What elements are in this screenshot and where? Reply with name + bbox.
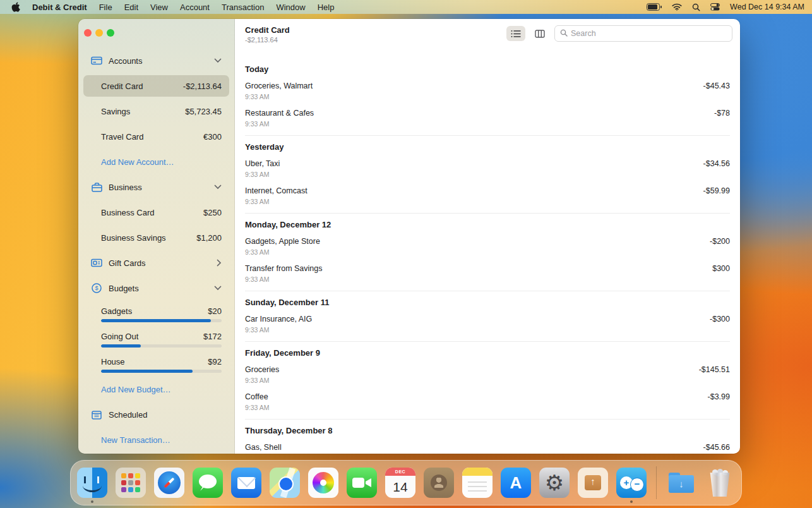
- transaction-time: 9:33 AM: [245, 404, 708, 411]
- calendar-day: 14: [393, 476, 407, 498]
- sidebar-budget-going-out[interactable]: Going Out $172: [78, 326, 234, 351]
- apple-menu-icon[interactable]: [11, 2, 20, 12]
- transaction-amount: -$145.51: [699, 365, 730, 384]
- sidebar-item-credit-card[interactable]: Credit Card -$2,113.64: [83, 75, 229, 97]
- control-center-icon[interactable]: [710, 3, 720, 11]
- sidebar-item-business-card[interactable]: Business Card $250: [78, 200, 234, 225]
- search-field[interactable]: [554, 25, 732, 42]
- budget-remaining: $172: [203, 332, 222, 341]
- chevron-down-icon[interactable]: [214, 58, 222, 63]
- menu-account[interactable]: Account: [180, 3, 210, 12]
- sidebar-section-accounts[interactable]: Accounts: [78, 48, 234, 73]
- chevron-right-icon[interactable]: [217, 259, 222, 267]
- transaction-row[interactable]: Car Insurance, AIG9:33 AM -$300: [245, 311, 730, 338]
- transaction-group: Monday, December 12 Gadgets, Apple Store…: [245, 213, 730, 291]
- account-balance: $5,723.45: [185, 107, 222, 116]
- add-new-budget-button[interactable]: Add New Budget…: [78, 377, 234, 402]
- menu-window[interactable]: Window: [276, 3, 305, 12]
- dock-calendar-icon[interactable]: DEC 14: [385, 468, 415, 498]
- transaction-row[interactable]: Transfer from Savings9:33 AM $300: [245, 260, 730, 287]
- list-view-button[interactable]: [506, 26, 525, 41]
- transaction-time: 9:33 AM: [245, 171, 703, 178]
- sidebar-section-business[interactable]: Business: [78, 174, 234, 200]
- sidebar-budget-gadgets[interactable]: Gadgets $20: [78, 301, 234, 326]
- dock-notes-icon[interactable]: [462, 468, 493, 498]
- new-transaction-button[interactable]: New Transaction…: [78, 427, 234, 452]
- dock-debit-credit-icon[interactable]: [616, 468, 647, 498]
- transaction-time: 9:33 AM: [245, 198, 703, 205]
- section-label: Scheduled: [109, 410, 147, 420]
- calendar-icon: [91, 410, 102, 420]
- transaction-amount: -$200: [710, 237, 730, 256]
- spotlight-icon[interactable]: [692, 3, 700, 11]
- close-button[interactable]: [84, 29, 92, 37]
- sidebar-item-business-savings[interactable]: Business Savings $1,200: [78, 225, 234, 250]
- search-icon: [560, 28, 568, 39]
- transaction-time: 9:33 AM: [245, 275, 712, 283]
- sidebar-item-scheduled[interactable]: Scheduled: [78, 402, 234, 427]
- transaction-row[interactable]: Restaurant & Cafes9:33 AM -$78: [245, 105, 730, 132]
- transaction-group: Yesterday Uber, Taxi9:33 AM -$34.56 Inte…: [245, 135, 730, 213]
- dock-photos-icon[interactable]: [308, 468, 338, 498]
- menu-transaction[interactable]: Transaction: [222, 3, 264, 12]
- sidebar-section-gift-cards[interactable]: Gift Cards: [78, 250, 234, 275]
- battery-icon[interactable]: [647, 3, 662, 11]
- column-view-button[interactable]: [530, 26, 549, 41]
- sidebar-budget-house[interactable]: House $92: [78, 351, 234, 377]
- dock-mail-icon[interactable]: [231, 468, 261, 498]
- budget-progress: [101, 319, 222, 322]
- dock-deliveries-icon[interactable]: [578, 468, 608, 498]
- transaction-amount: -$300: [710, 315, 730, 334]
- transaction-title: Groceries, Walmart: [245, 82, 703, 90]
- minimize-button[interactable]: [95, 29, 103, 37]
- dock-system-settings-icon[interactable]: [539, 468, 570, 498]
- menu-file[interactable]: File: [99, 3, 112, 12]
- running-indicator: [91, 500, 93, 503]
- group-date: Yesterday: [245, 140, 730, 155]
- transaction-amount: -$45.66: [703, 443, 730, 454]
- menu-help[interactable]: Help: [318, 3, 335, 12]
- add-new-account-button[interactable]: Add New Account…: [78, 149, 234, 174]
- transaction-row[interactable]: Gadgets, Apple Store9:33 AM -$200: [245, 233, 730, 260]
- app-window: Accounts Credit Card -$2,113.64 Savings …: [78, 19, 740, 454]
- dock-launchpad-icon[interactable]: [116, 468, 146, 498]
- wifi-icon[interactable]: [672, 3, 682, 11]
- transaction-title: Internet, Comcast: [245, 186, 703, 195]
- menu-view[interactable]: View: [150, 3, 168, 12]
- transaction-list[interactable]: Today Groceries, Walmart9:33 AM -$45.43 …: [235, 58, 740, 454]
- transaction-title: Uber, Taxi: [245, 159, 703, 168]
- dock-messages-icon[interactable]: [193, 468, 223, 498]
- menu-app-name[interactable]: Debit & Credit: [32, 3, 87, 12]
- dock-safari-icon[interactable]: [154, 468, 184, 498]
- account-balance: €300: [203, 132, 222, 142]
- dock-finder-icon[interactable]: [77, 468, 107, 498]
- content-header: Credit Card -$2,113.64: [235, 19, 740, 58]
- transaction-row[interactable]: Groceries9:33 AM -$145.51: [245, 361, 730, 389]
- transaction-group: Sunday, December 11 Car Insurance, AIG9:…: [245, 291, 730, 341]
- budget-progress: [101, 370, 222, 373]
- transaction-row[interactable]: Gas, Shell9:33 AM -$45.66: [245, 439, 730, 454]
- chevron-down-icon[interactable]: [214, 286, 222, 291]
- dock-divider: [656, 466, 657, 499]
- menu-edit[interactable]: Edit: [124, 3, 138, 12]
- dock-app-store-icon[interactable]: [501, 468, 531, 498]
- dock-contacts-icon[interactable]: [424, 468, 454, 498]
- dock-downloads-folder-icon[interactable]: [666, 468, 696, 498]
- dock-maps-icon[interactable]: [270, 468, 300, 498]
- search-input[interactable]: [571, 29, 727, 38]
- transaction-title: Groceries: [245, 365, 699, 374]
- sidebar-item-savings[interactable]: Savings $5,723.45: [78, 99, 234, 124]
- account-balance: -$2,113.64: [183, 82, 222, 91]
- sidebar-item-travel-card[interactable]: Travel Card €300: [78, 124, 234, 149]
- transaction-row[interactable]: Uber, Taxi9:33 AM -$34.56: [245, 155, 730, 183]
- chevron-down-icon[interactable]: [214, 184, 222, 190]
- desktop: Debit & Credit File Edit View Account Tr…: [0, 0, 812, 508]
- transaction-row[interactable]: Internet, Comcast9:33 AM -$59.99: [245, 183, 730, 210]
- dock-facetime-icon[interactable]: [347, 468, 377, 498]
- sidebar-section-budgets[interactable]: $ Budgets: [78, 275, 234, 301]
- transaction-row[interactable]: Groceries, Walmart9:33 AM -$45.43: [245, 78, 730, 105]
- dock-trash-icon[interactable]: [705, 468, 735, 498]
- zoom-button[interactable]: [107, 29, 114, 37]
- transaction-row[interactable]: Coffee9:33 AM -$3.99: [245, 389, 730, 416]
- menu-clock[interactable]: Wed Dec 14 9:34 AM: [730, 3, 804, 11]
